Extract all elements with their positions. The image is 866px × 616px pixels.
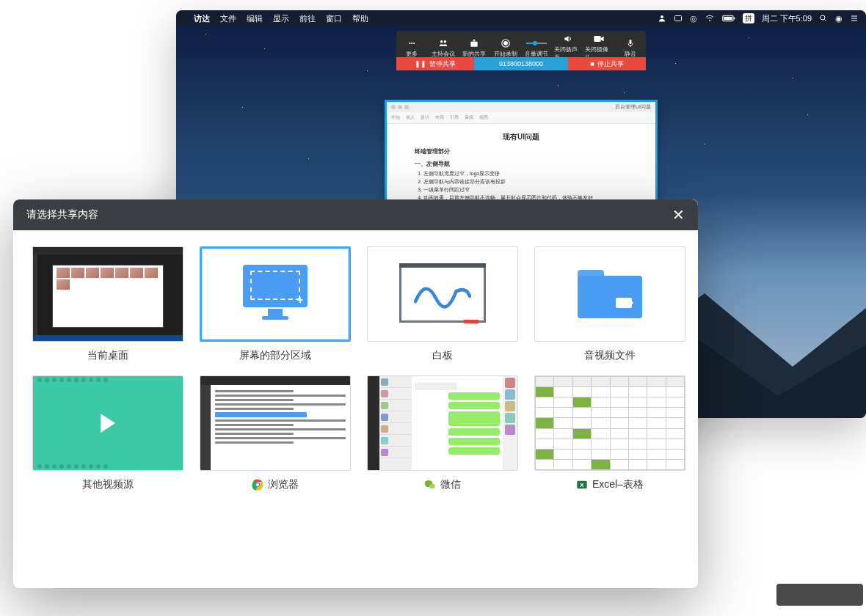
meeting-id: 913800138000: [474, 57, 568, 70]
share-label: 音视频文件: [584, 349, 636, 362]
menubar-app-name[interactable]: 访达: [194, 13, 210, 24]
conf-btn-label: 主持会议: [432, 50, 455, 58]
share-label: 屏幕的部分区域: [239, 349, 311, 362]
thumb-media-file: [534, 246, 685, 342]
share-option-media-file[interactable]: 音视频文件: [534, 246, 685, 362]
ime-indicator[interactable]: 拼: [743, 13, 754, 23]
share-option-browser[interactable]: 浏览器: [200, 375, 351, 491]
menubar-item[interactable]: 显示: [273, 13, 289, 24]
thumb-current-desktop: [32, 246, 183, 342]
monitor-icon: +: [239, 265, 312, 323]
doc-titlebar: 后台管理UI问题: [387, 102, 655, 112]
mic-icon: [626, 38, 635, 48]
svg-point-24: [256, 483, 259, 486]
share-option-excel[interactable]: X Excel–表格: [534, 375, 685, 491]
doc-list-item: 左侧导航宽度过窄，logo显示变形: [423, 169, 627, 177]
doc-toolbar: 开始插入设计布局引用审阅视图: [387, 112, 655, 124]
thumb-browser: [200, 375, 351, 471]
menubar-clock[interactable]: 周二 下午5:09: [762, 13, 812, 24]
conf-btn-label: 更多: [406, 50, 418, 58]
doc-content: 现有UI问题 终端管理部分 一、左侧导航 左侧导航宽度过窄，logo显示变形 左…: [387, 124, 655, 209]
svg-rect-5: [733, 18, 735, 20]
doc-list-item: 左侧导航与内容链接部分应该有投影: [423, 177, 627, 186]
excel-icon: X: [576, 479, 588, 491]
user-icon[interactable]: [658, 14, 666, 23]
doc-section: 终端管理部分: [415, 147, 627, 157]
more-icon: •••: [409, 38, 415, 48]
dialog-title: 请选择共享内容: [26, 208, 98, 221]
thumb-excel: [534, 375, 685, 471]
share-label: 微信: [440, 478, 461, 491]
share-label: Excel–表格: [592, 478, 644, 491]
floating-pill[interactable]: [776, 584, 863, 606]
svg-point-6: [820, 15, 825, 20]
conf-btn-label: 新的共享: [462, 50, 486, 58]
svg-rect-4: [724, 17, 732, 21]
svg-point-17: [533, 41, 537, 45]
share-option-wechat[interactable]: 微信: [367, 375, 518, 491]
share-label: 当前桌面: [87, 349, 128, 362]
wifi-icon[interactable]: [705, 14, 715, 23]
notification-center-icon[interactable]: [850, 14, 859, 23]
close-button[interactable]: ✕: [672, 206, 685, 224]
doc-heading: 现有UI问题: [415, 131, 627, 143]
doc-title: 后台管理UI问题: [615, 103, 651, 111]
share-label: 浏览器: [268, 478, 299, 491]
svg-point-0: [661, 15, 663, 18]
doc-list-item: 一级菜单行间距过窄: [423, 186, 627, 194]
pause-share-button[interactable]: ❚❚ 暂停共享: [396, 57, 474, 70]
menubar-item[interactable]: 窗口: [326, 13, 342, 24]
share-selection-dialog: 请选择共享内容 ✕ 当前桌面 + 屏幕: [13, 199, 698, 588]
doc-subsection: 一、左侧导航: [415, 160, 627, 169]
volume-slider-icon: [526, 38, 547, 48]
menubar-item[interactable]: 帮助: [352, 13, 368, 24]
thumb-whiteboard: [367, 246, 518, 342]
svg-point-14: [503, 41, 507, 45]
svg-rect-18: [594, 36, 601, 42]
share-label: 白板: [432, 349, 453, 362]
svg-text:X: X: [580, 482, 584, 488]
pause-label: 暂停共享: [429, 59, 456, 69]
battery-icon[interactable]: [722, 15, 735, 22]
host-icon: [437, 38, 449, 48]
stop-share-button[interactable]: ■ 停止共享: [568, 57, 646, 70]
siri-icon[interactable]: ◉: [835, 14, 843, 23]
play-icon: [101, 414, 115, 433]
camera-icon: [593, 34, 605, 44]
screen-mirror-icon[interactable]: ◎: [690, 14, 697, 23]
stop-icon: ■: [590, 60, 594, 67]
share-option-current-desktop[interactable]: 当前桌面: [32, 246, 183, 362]
svg-point-26: [429, 484, 435, 489]
conference-status-bar: ❚❚ 暂停共享 913800138000 ■ 停止共享: [396, 57, 646, 70]
share-option-whiteboard[interactable]: 白板: [367, 246, 518, 362]
conf-btn-label: 静音: [625, 50, 636, 58]
wechat-icon: [424, 479, 436, 491]
svg-rect-19: [629, 40, 631, 44]
conf-btn-label: 开始录制: [494, 50, 517, 58]
menubar-item[interactable]: 前往: [299, 13, 316, 24]
dialog-header: 请选择共享内容 ✕: [13, 199, 698, 230]
conf-btn-label: 音量调节: [525, 50, 548, 58]
menubar-item[interactable]: 编辑: [247, 13, 263, 24]
share-label: 其他视频源: [82, 478, 134, 491]
pause-icon: ❚❚: [415, 60, 426, 67]
share-option-screen-region[interactable]: + 屏幕的部分区域: [200, 246, 351, 362]
svg-point-10: [440, 40, 443, 43]
share-option-other-video[interactable]: 其他视频源: [32, 375, 183, 491]
svg-point-11: [443, 40, 446, 43]
svg-point-2: [709, 21, 710, 21]
share-up-icon: [469, 38, 479, 48]
svg-rect-1: [674, 16, 681, 21]
accessibility-icon[interactable]: [674, 14, 683, 23]
speaker-icon: [562, 34, 574, 44]
record-icon: [501, 38, 511, 48]
mac-menubar: 访达 文件 编辑 显示 前往 窗口 帮助 ◎ 拼 周二 下午5:09 ◉: [176, 10, 866, 26]
chrome-icon: [252, 479, 263, 491]
spotlight-icon[interactable]: [819, 14, 828, 23]
thumb-screen-region: +: [200, 246, 351, 342]
menubar-item[interactable]: 文件: [220, 13, 236, 24]
folder-icon: [578, 270, 642, 318]
thumb-wechat: [367, 375, 518, 471]
stop-label: 停止共享: [597, 59, 624, 69]
thumb-other-video: [32, 375, 183, 471]
